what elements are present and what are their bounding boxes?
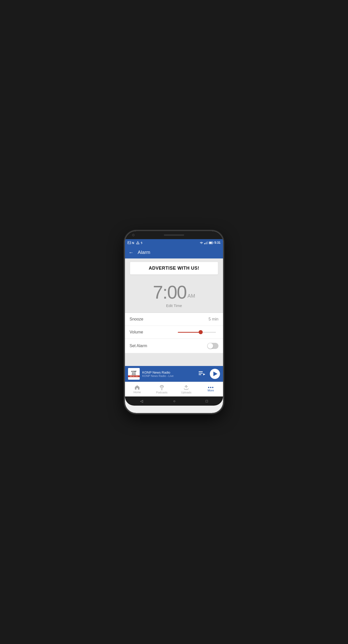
set-alarm-row[interactable]: Set Alarm [125,339,223,353]
phone-top-bar [125,231,223,239]
logo-freq1: 1450 [130,376,132,377]
status-icons-left: N ! [128,241,143,244]
status-time: 5:31 [214,241,220,244]
volume-row[interactable]: Volume [125,326,223,339]
toggle-knob [208,343,213,349]
home-nav-button[interactable]: ○ [173,399,175,403]
clock-hours: 7 [153,283,163,301]
logo-freq: 1450 101.7 101.3 [128,375,140,377]
ad-text: ADVERTISE WITH US! [149,266,199,271]
nav-uploads[interactable]: Uploads [174,385,199,394]
svg-text:N: N [132,241,134,244]
logo-freq3: 101.3 [135,376,138,377]
nav-more-label: More [208,389,214,392]
wifi-status-icon [200,241,203,244]
warning-status-icon: ! [136,241,139,244]
station-name: KONP News Radio [142,371,196,374]
volume-slider[interactable] [178,332,218,333]
settings-section: Snooze 5 min Volume Set Alarm [125,313,223,353]
playlist-icon[interactable] [198,371,205,377]
home-icon [134,385,140,390]
top-nav: ← Alarm [125,246,223,258]
back-button[interactable]: ← [129,250,134,255]
play-button[interactable] [210,369,220,379]
signal-status-icon [204,241,208,244]
nav-podcasts[interactable]: Podcasts [150,385,174,394]
clock-colon: : [163,283,167,301]
nav-home[interactable]: Home [125,385,150,394]
flash-status-icon [140,241,143,244]
nav-home-label: Home [134,391,141,394]
svg-rect-7 [205,243,206,244]
snooze-label: Snooze [130,317,143,321]
camera [132,234,135,236]
ad-banner[interactable]: ADVERTISE WITH US! [130,262,218,274]
svg-text:!: ! [138,242,138,244]
nav-podcasts-label: Podcasts [156,391,167,394]
svg-rect-6 [204,243,205,244]
play-icon [213,372,217,376]
snooze-row[interactable]: Snooze 5 min [125,313,223,326]
svg-marker-16 [203,373,205,375]
n-status-icon: N [132,241,135,244]
station-logo: KONP NEWS RADIO 1450 101.7 101.3 [128,368,140,380]
snooze-value: 5 min [209,317,218,321]
battery-status-icon [209,241,213,244]
slider-track [178,332,216,333]
now-playing-bar[interactable]: KONP NEWS RADIO 1450 101.7 101.3 KONP Ne… [125,366,223,382]
podcasts-icon [159,385,165,390]
recent-nav-button[interactable]: □ [206,399,208,403]
back-nav-button[interactable]: ◁ [140,399,143,403]
phone-screen: N ! [125,231,223,413]
phone-nav-bar: ◁ ○ □ [125,396,223,406]
set-alarm-label: Set Alarm [130,344,147,348]
clock-section: 7 : 00 AM Edit Time [125,277,223,313]
volume-label: Volume [130,330,143,334]
svg-rect-9 [207,241,208,244]
uploads-icon [183,385,189,390]
svg-rect-12 [209,242,212,243]
content-spacer [125,353,223,366]
edit-time-link[interactable]: Edit Time [166,303,182,308]
phone-device: N ! [124,231,224,413]
logo-konp: KONP [131,371,136,372]
station-info: KONP News Radio KONP News Radio - Live [142,371,196,377]
svg-rect-11 [213,242,213,243]
svg-point-18 [161,387,162,388]
slider-fill [178,332,201,333]
logo-freq2: 101.7 [132,376,135,377]
ad-banner-wrapper: ADVERTISE WITH US! [125,258,223,277]
clock-minutes: 00 [167,283,186,301]
speaker [164,234,184,236]
svg-rect-15 [199,374,201,375]
svg-point-1 [128,242,129,242]
svg-rect-14 [199,373,203,374]
image-status-icon [128,241,131,244]
clock-ampm: AM [187,293,195,299]
station-subtitle: KONP News Radio - Live [142,374,196,377]
nav-more[interactable]: More [199,387,223,392]
more-dots-icon [208,387,213,388]
page-title: Alarm [138,250,150,255]
svg-rect-13 [199,371,203,372]
svg-rect-8 [206,242,207,244]
svg-marker-5 [141,241,143,244]
set-alarm-toggle[interactable] [207,343,218,349]
nav-uploads-label: Uploads [181,391,191,394]
clock-display: 7 : 00 AM [125,283,223,301]
status-bar: N ! [125,239,223,246]
slider-thumb[interactable] [199,330,203,334]
status-icons-right: 5:31 [200,241,220,244]
bottom-nav: Home Podcasts Uplo [125,382,223,396]
